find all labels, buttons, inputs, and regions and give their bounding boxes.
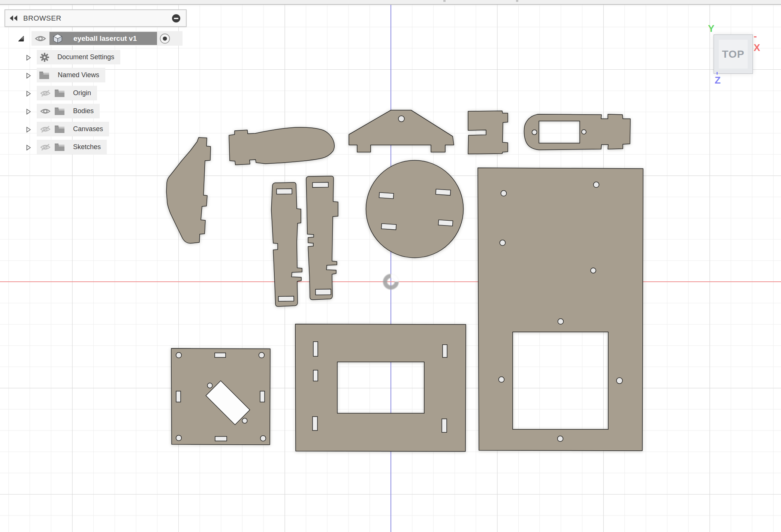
bodies-layer — [0, 0, 781, 532]
part-rail-left[interactable] — [271, 182, 302, 306]
slot — [277, 189, 292, 194]
tree-row-document-settings[interactable]: Document Settings — [37, 50, 120, 64]
part-disc-four-slots[interactable] — [366, 160, 464, 258]
tree-item-label: Sketches — [73, 143, 101, 151]
hole — [499, 377, 504, 383]
part-capsule-arm[interactable] — [229, 127, 334, 165]
part-rail-right[interactable] — [306, 176, 338, 300]
slot — [215, 436, 227, 441]
visibility-eye-icon[interactable] — [40, 107, 51, 115]
hole — [176, 353, 182, 358]
tree-item-label: Origin — [73, 89, 91, 97]
tree-item-label: Canvases — [73, 125, 103, 133]
folder-icon — [54, 107, 65, 115]
hole — [558, 319, 564, 324]
fusion-canvas: BROWSER eyeball lasercut v1 — [0, 0, 781, 532]
slot — [442, 419, 447, 432]
folder-icon — [54, 125, 65, 133]
eye-slash-icon[interactable] — [40, 143, 51, 151]
component-cube-icon — [52, 33, 64, 44]
slot — [313, 182, 328, 188]
hole — [532, 130, 537, 135]
slot — [278, 296, 294, 302]
browser-header: BROWSER — [4, 9, 187, 27]
axis-label-z: Z — [715, 75, 721, 86]
folder-icon — [54, 89, 65, 97]
root-expand-arrow[interactable] — [18, 36, 24, 42]
slot — [313, 342, 318, 356]
expand-arrow[interactable] — [26, 73, 31, 79]
hole — [591, 268, 596, 273]
hole — [582, 130, 586, 134]
folder-icon — [39, 71, 49, 79]
activate-radio-icon[interactable] — [160, 33, 170, 44]
minimize-panel-icon[interactable] — [172, 14, 181, 23]
slot — [313, 417, 317, 430]
part-rect-frame-plate[interactable] — [295, 324, 466, 451]
strip-tick — [516, 0, 518, 2]
slot — [316, 289, 331, 295]
slot — [379, 193, 394, 199]
part-blade-cam[interactable] — [166, 137, 211, 243]
expand-arrow[interactable] — [26, 109, 31, 115]
expand-arrow[interactable] — [26, 91, 31, 97]
slot — [443, 345, 447, 357]
browser-title: BROWSER — [23, 14, 61, 22]
viewcube-top-face[interactable]: TOP — [719, 40, 748, 69]
strip-tick — [443, 0, 446, 2]
part-large-side-panel[interactable] — [478, 168, 643, 451]
hole — [207, 383, 212, 388]
slot — [176, 391, 181, 402]
toolbar-bottom-strip — [0, 0, 781, 5]
tree-row-bodies[interactable]: Bodies — [37, 104, 100, 118]
eye-slash-icon[interactable] — [40, 89, 51, 97]
viewcube[interactable]: TOP Y - X Z — [714, 34, 753, 74]
tree-row-named-views[interactable]: Named Views — [37, 68, 105, 82]
expand-arrow[interactable] — [26, 55, 31, 61]
viewcube-face-label: TOP — [722, 48, 744, 60]
part-clamp-block[interactable] — [468, 111, 508, 154]
hole — [259, 353, 265, 358]
eye-slash-icon[interactable] — [40, 125, 51, 133]
hole — [616, 378, 622, 384]
hole — [558, 436, 563, 442]
tree-item-label: Named Views — [58, 71, 99, 79]
axis-label-y: Y — [708, 23, 714, 34]
slot — [382, 224, 396, 230]
hole — [501, 191, 507, 196]
slot — [260, 391, 265, 402]
hole — [176, 435, 182, 441]
tree-row-sketches[interactable]: Sketches — [37, 140, 107, 154]
gear-icon — [40, 52, 49, 62]
expand-arrow[interactable] — [26, 145, 31, 151]
slot — [438, 220, 453, 226]
axis-z-dash — [717, 72, 718, 75]
collapse-panel-icon[interactable] — [10, 15, 18, 21]
hole — [242, 418, 247, 423]
hole — [260, 436, 266, 441]
tree-row-root[interactable]: eyeball lasercut v1 — [31, 31, 183, 46]
tree-item-label: Bodies — [73, 107, 94, 115]
slot — [215, 353, 226, 357]
expand-arrow[interactable] — [26, 127, 31, 133]
slot — [436, 189, 451, 196]
tree-item-label: Document Settings — [57, 53, 114, 61]
hole — [398, 116, 404, 122]
tree-row-canvases[interactable]: Canvases — [37, 122, 109, 136]
selected-component-box[interactable]: eyeball lasercut v1 — [49, 32, 157, 45]
slot — [313, 370, 318, 381]
folder-icon — [54, 143, 65, 151]
hole — [594, 182, 599, 188]
part-oblong-slot-plate[interactable] — [524, 114, 631, 150]
axis-label-x: - X — [754, 30, 760, 54]
tree-row-origin[interactable]: Origin — [37, 86, 97, 100]
hole — [500, 240, 506, 246]
root-component-label: eyeball lasercut v1 — [73, 34, 137, 43]
visibility-eye-icon[interactable] — [34, 35, 46, 42]
